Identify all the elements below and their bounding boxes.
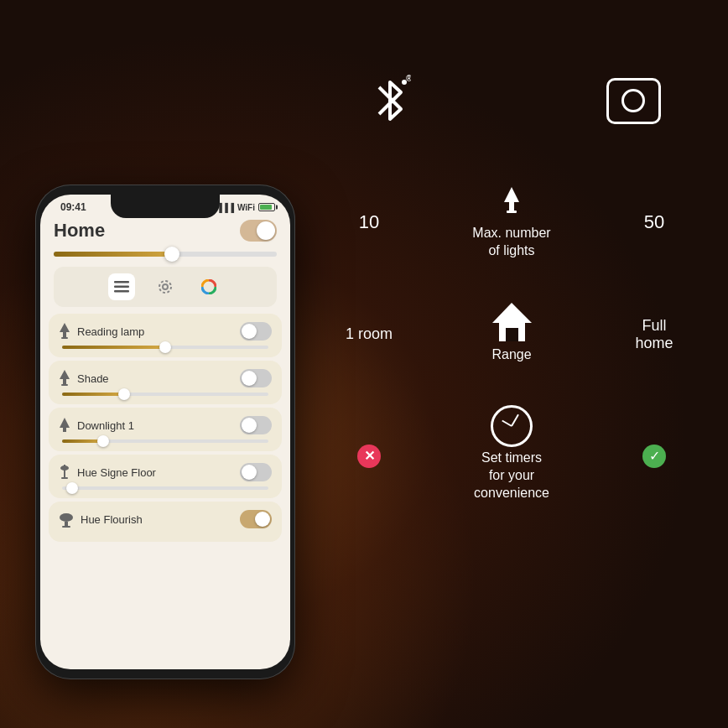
phone-outer: 09:41 ▐▐▐ WiFi Home xyxy=(35,185,295,679)
phone-notch xyxy=(111,195,220,218)
light-item-row: Reading lamp xyxy=(59,322,272,341)
tab-settings-icon[interactable] xyxy=(152,273,179,300)
bluetooth-icon-container: ® xyxy=(356,67,424,134)
light-brightness-slider[interactable] xyxy=(62,393,268,396)
svg-point-10 xyxy=(163,284,168,289)
clock-icon xyxy=(491,405,533,447)
svg-text:®: ® xyxy=(406,74,411,83)
svg-rect-25 xyxy=(65,522,68,526)
toggle-knob xyxy=(242,418,257,433)
battery-fill xyxy=(260,205,272,210)
lights-middle: Max. number of lights xyxy=(398,185,625,260)
light-item-left: Hue Signe Floor xyxy=(59,463,156,481)
flourish-icon xyxy=(59,511,74,528)
svg-rect-8 xyxy=(114,286,129,289)
toggle-knob xyxy=(242,371,257,386)
svg-rect-26 xyxy=(62,526,70,528)
brightness-slider[interactable] xyxy=(54,252,277,257)
light-item-left: Hue Flourish xyxy=(59,511,143,528)
status-yes-icon: ✓ xyxy=(642,445,666,468)
status-time: 09:41 xyxy=(55,201,86,213)
lights-max-value: 50 xyxy=(625,211,684,233)
light-item-reading-lamp: Reading lamp xyxy=(49,314,282,357)
svg-marker-16 xyxy=(60,370,70,379)
svg-marker-2 xyxy=(504,187,519,202)
light-item-shade: Shade xyxy=(49,361,282,404)
house-icon-container xyxy=(489,306,535,340)
bluetooth-icon: ® xyxy=(369,74,411,128)
svg-rect-14 xyxy=(63,332,66,337)
light-brightness-slider[interactable] xyxy=(62,486,268,490)
range-comparison: 1 room Range Full home xyxy=(331,306,692,364)
home-toggle[interactable] xyxy=(240,220,277,242)
phone-container: 09:41 ▐▐▐ WiFi Home xyxy=(35,185,295,679)
list-icon xyxy=(114,281,129,293)
svg-point-11 xyxy=(159,281,171,293)
downlight-toggle[interactable] xyxy=(240,416,272,434)
light-brightness-slider[interactable] xyxy=(62,439,268,443)
color-wheel-icon xyxy=(201,279,216,294)
bridge-icon-container xyxy=(600,67,667,134)
light-name: Hue Signe Floor xyxy=(77,466,156,479)
light-name: Hue Flourish xyxy=(81,513,143,526)
lamp-small-icon xyxy=(59,322,70,341)
tab-bar xyxy=(54,267,277,307)
app-title: Home xyxy=(54,220,105,242)
brightness-fill xyxy=(62,346,165,349)
lights-list: Reading lamp xyxy=(40,314,290,542)
lamp-icon xyxy=(502,185,521,217)
brightness-thumb xyxy=(159,341,171,353)
light-name: Downlight 1 xyxy=(77,419,134,432)
light-item-row: Hue Signe Floor xyxy=(59,463,272,481)
phone-screen: 09:41 ▐▐▐ WiFi Home xyxy=(40,195,290,669)
tab-list-icon[interactable] xyxy=(108,273,135,300)
timer-comparison: ✕ Set timers for your convenience ✓ xyxy=(331,409,692,502)
lights-row: 10 Max. number of lights 50 xyxy=(331,185,692,260)
light-item-flourish: Hue Flourish xyxy=(49,502,282,542)
brightness-thumb xyxy=(118,388,130,400)
timer-row: ✕ Set timers for your convenience ✓ xyxy=(331,409,692,502)
range-right-value: Full home xyxy=(625,317,684,352)
svg-rect-18 xyxy=(61,384,68,386)
light-item-left: Shade xyxy=(59,369,109,387)
svg-rect-4 xyxy=(507,211,517,213)
bridge-icon xyxy=(606,78,661,124)
right-panel: ® 10 Max. number of lights 50 xyxy=(331,67,692,696)
flourish-toggle[interactable] xyxy=(240,510,272,528)
light-item-downlight: Downlight 1 xyxy=(49,408,282,451)
toggle-knob xyxy=(242,465,257,480)
light-item-left: Reading lamp xyxy=(59,322,144,341)
svg-rect-22 xyxy=(61,477,68,479)
brightness-thumb xyxy=(97,435,109,447)
svg-rect-6 xyxy=(506,328,518,341)
svg-rect-9 xyxy=(114,290,129,293)
status-no-icon: ✕ xyxy=(357,445,381,468)
range-label: Range xyxy=(491,346,531,364)
svg-rect-20 xyxy=(63,428,66,432)
signe-toggle[interactable] xyxy=(240,463,272,481)
app-header: Home xyxy=(40,216,290,248)
timer-yes-indicator: ✓ xyxy=(625,445,684,468)
tab-color-icon[interactable] xyxy=(195,273,222,300)
timer-label: Set timers for your convenience xyxy=(474,450,549,502)
reading-lamp-toggle[interactable] xyxy=(240,322,272,341)
house-icon xyxy=(489,299,535,346)
light-name: Shade xyxy=(77,372,109,385)
clock-minute-hand xyxy=(511,414,519,427)
lights-min-value: 10 xyxy=(340,211,398,233)
toggle-knob xyxy=(255,512,270,527)
light-item-row: Hue Flourish xyxy=(59,510,272,528)
svg-marker-19 xyxy=(60,418,70,428)
svg-point-24 xyxy=(60,513,73,522)
light-item-signe: Hue Signe Floor xyxy=(49,455,282,498)
light-item-row: Shade xyxy=(59,369,272,387)
clock-icon-container xyxy=(491,409,533,443)
svg-marker-13 xyxy=(60,323,70,332)
lights-comparison: 10 Max. number of lights 50 xyxy=(331,185,692,260)
range-middle: Range xyxy=(398,306,625,364)
light-brightness-slider[interactable] xyxy=(62,346,268,349)
timer-middle: Set timers for your convenience xyxy=(398,409,625,502)
shade-toggle[interactable] xyxy=(240,369,272,387)
brightness-fill xyxy=(62,393,124,396)
brightness-fill xyxy=(54,252,176,257)
